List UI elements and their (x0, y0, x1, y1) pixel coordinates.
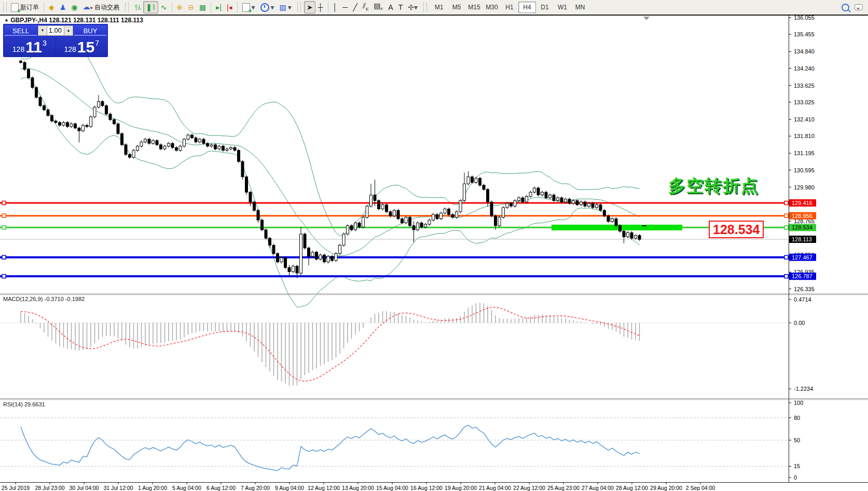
chart-window[interactable]: 136.055135.455134.840134.240133.625133.0… (0, 15, 868, 491)
sell-price-pip: 3 (43, 39, 47, 47)
chat-icon[interactable] (855, 4, 863, 10)
text-button[interactable]: A (385, 1, 395, 13)
vertical-line-icon: │ (333, 4, 338, 11)
trendline-button[interactable]: ╱ (350, 1, 360, 13)
cursor-icon: ➤ (307, 4, 313, 11)
svg-text:28 Jul 23:00: 28 Jul 23:00 (35, 485, 64, 491)
search-icon[interactable] (842, 4, 849, 11)
zoom-out-icon: ⊖ (188, 4, 194, 11)
svg-text:16 Aug 12:00: 16 Aug 12:00 (410, 485, 443, 491)
svg-text:25 Aug 23:00: 25 Aug 23:00 (547, 485, 580, 491)
tile-windows-icon: ▦ (199, 4, 206, 11)
svg-text:25 Jul 2019: 25 Jul 2019 (2, 485, 30, 491)
arrows-button[interactable]: ✣▾ (405, 1, 420, 13)
panel-expander-icon[interactable]: ▲ (4, 17, 9, 22)
new-order-label: 新订单 (20, 3, 39, 12)
svg-text:27 Aug 04:00: 27 Aug 04:00 (582, 485, 614, 491)
timeframe-button-m1[interactable]: M1 (430, 2, 448, 13)
timeframe-group: M1M5M15M30H1H4D1W1MN (429, 1, 590, 13)
timeframe-button-d1[interactable]: D1 (536, 2, 554, 13)
vertical-line-button[interactable]: │ (330, 1, 340, 13)
svg-text:-1.2234: -1.2234 (794, 386, 813, 392)
volume-input[interactable]: 1.00 (47, 25, 64, 36)
svg-text:1 Aug 20:00: 1 Aug 20:00 (138, 485, 167, 491)
metaeditor-button[interactable]: ◆ (46, 1, 57, 13)
trendline-icon: ╱ (353, 4, 357, 11)
svg-text:12 Aug 12:00: 12 Aug 12:00 (308, 485, 340, 491)
text-label-button[interactable]: T (396, 1, 406, 13)
crosshair-button[interactable]: ┼ (315, 1, 326, 13)
volume-increase-button[interactable]: ▲ (64, 25, 73, 36)
price-callout-box: 128.534 (709, 221, 764, 238)
periods-button[interactable]: ▾ (258, 1, 277, 13)
one-click-trading-panel: SELL ▼ 1.00 ▲ BUY 128 11 3 128 15 7 (3, 24, 108, 57)
candlestick-chart-button[interactable]: ❚⌇ (143, 1, 158, 13)
zoom-out-button[interactable]: ⊖ (185, 1, 197, 13)
cursor-button[interactable]: ➤ (304, 1, 315, 13)
clock-icon (260, 3, 269, 12)
sell-price-main: 11 (25, 40, 42, 54)
new-order-button[interactable]: + 新订单 (8, 1, 42, 13)
timeframe-button-m5[interactable]: M5 (448, 2, 465, 13)
text-label-icon: T (398, 4, 403, 11)
main-toolbar: + 新订单 ◆ ♟ ◉ ☁● 自动交易 ⫯⫰ ❚⌇ ∿ ⊕ ⊖ ▦ ▸| |◂ … (0, 0, 868, 15)
svg-text:132.410: 132.410 (794, 116, 815, 122)
buy-price-display[interactable]: 128 15 7 (56, 37, 108, 56)
price-chart-canvas[interactable]: 136.055135.455134.840134.240133.625133.0… (0, 15, 868, 491)
auto-scroll-icon: ▸| (216, 4, 222, 11)
symbol-ohlc: 128.121 128.131 128.111 128.113 (49, 17, 143, 24)
svg-text:133.025: 133.025 (794, 99, 815, 105)
auto-scroll-button[interactable]: ▸| (213, 1, 224, 13)
svg-text:133.625: 133.625 (794, 83, 815, 89)
svg-text:126.335: 126.335 (794, 286, 815, 292)
svg-text:31 Jul 12:00: 31 Jul 12:00 (103, 485, 133, 491)
svg-text:126.787: 126.787 (792, 273, 812, 279)
market-icon: ♟ (60, 4, 66, 11)
svg-text:127.467: 127.467 (792, 254, 812, 261)
macd-indicator-label: MACD(12,26,9) -0.3710 -0.1982 (3, 296, 85, 302)
chart-shift-button[interactable]: |◂ (224, 1, 235, 13)
volume-decrease-button[interactable]: ▼ (38, 25, 47, 36)
timeframe-button-w1[interactable]: W1 (554, 2, 571, 13)
rsi-indicator-label: RSI(14) 29.6631 (3, 401, 45, 407)
zoom-in-button[interactable]: ⊕ (174, 1, 186, 13)
buy-button[interactable]: BUY (74, 25, 106, 36)
svg-text:5 Aug 04:00: 5 Aug 04:00 (172, 485, 201, 491)
svg-text:50: 50 (794, 437, 800, 443)
sell-price-display[interactable]: 128 11 3 (4, 37, 56, 56)
svg-text:19 Aug 20:00: 19 Aug 20:00 (445, 485, 477, 491)
signals-button[interactable]: ◉ (68, 1, 80, 13)
bar-chart-button[interactable]: ⫯⫰ (132, 1, 143, 13)
channel-button[interactable]: ⫽E (360, 1, 371, 13)
svg-text:9 Aug 04:00: 9 Aug 04:00 (275, 485, 304, 491)
fibonacci-button[interactable]: ▤F (371, 1, 385, 13)
line-chart-button[interactable]: ∿ (158, 1, 170, 13)
svg-text:21 Aug 04:00: 21 Aug 04:00 (479, 485, 511, 491)
svg-text:129.416: 129.416 (792, 200, 812, 206)
indicators-button[interactable]: +▾ (240, 1, 258, 13)
timeframe-button-mn[interactable]: MN (571, 2, 589, 13)
svg-text:0: 0 (794, 474, 797, 481)
metaeditor-icon: ◆ (49, 4, 54, 11)
channel-icon: ⫽E (363, 2, 369, 13)
timeframe-button-m30[interactable]: M30 (483, 2, 501, 13)
buy-price-main: 15 (77, 40, 94, 54)
autotrade-button[interactable]: ☁● 自动交易 (80, 1, 122, 13)
timeframe-button-h1[interactable]: H1 (501, 2, 518, 13)
tile-windows-button[interactable]: ▦ (197, 1, 209, 13)
svg-text:80: 80 (794, 415, 800, 421)
fibonacci-icon: ▤F (374, 2, 383, 13)
templates-button[interactable]: ▨▾ (277, 1, 294, 13)
svg-text:135.455: 135.455 (794, 31, 815, 37)
market-button[interactable]: ♟ (57, 1, 69, 13)
timeframe-button-m15[interactable]: M15 (465, 2, 483, 13)
svg-text:13 Aug 20:00: 13 Aug 20:00 (342, 485, 374, 491)
timeframe-button-h4[interactable]: H4 (518, 2, 536, 13)
chart-shift-icon: |◂ (227, 4, 232, 11)
svg-text:30 Jul 04:00: 30 Jul 04:00 (69, 485, 99, 491)
sell-button[interactable]: SELL (5, 25, 37, 36)
horizontal-line-icon: ─ (342, 4, 348, 11)
horizontal-line-button[interactable]: ─ (340, 1, 350, 13)
toolbar-grip[interactable] (3, 3, 7, 12)
autotrade-label: 自动交易 (94, 3, 119, 12)
